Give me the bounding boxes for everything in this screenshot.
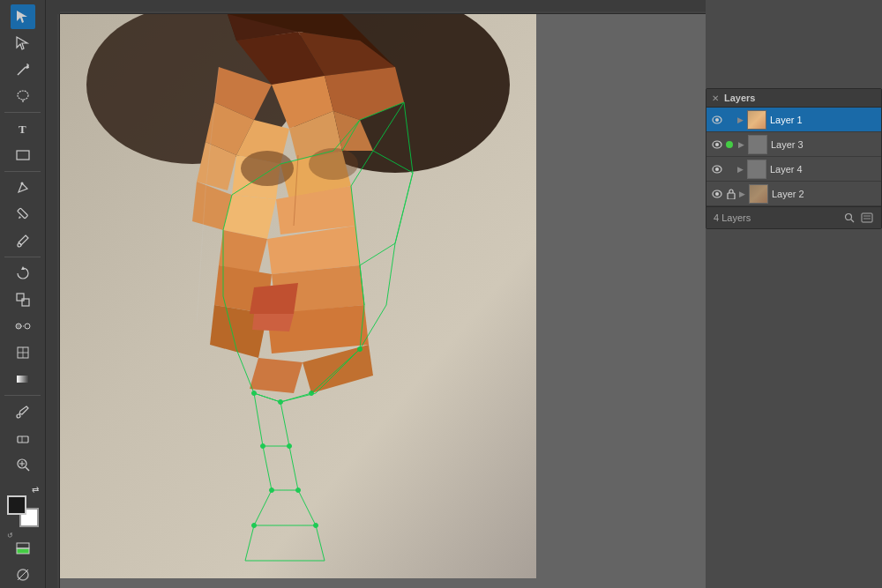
svg-point-115: [715, 192, 719, 196]
layer-name: Layer 4: [770, 164, 878, 175]
pencil-tool[interactable]: [11, 202, 35, 227]
layers-count: 4 Layers: [714, 212, 751, 223]
layer-thumb-content: [748, 111, 766, 129]
svg-rect-116: [728, 193, 735, 199]
layer-row[interactable]: ▶ Layer 3: [706, 132, 881, 157]
stroke-indicator[interactable]: [11, 562, 35, 587]
layers-footer-icons: [842, 211, 874, 225]
blend-tool[interactable]: [11, 314, 35, 339]
svg-rect-32: [17, 543, 29, 548]
layers-footer: 4 Layers: [706, 206, 881, 228]
svg-rect-16: [22, 299, 29, 306]
svg-line-2: [18, 67, 26, 75]
face-image: [60, 14, 536, 578]
svg-point-95: [261, 444, 265, 449]
lasso-tool[interactable]: [11, 84, 35, 108]
svg-point-10: [20, 182, 23, 185]
svg-point-111: [715, 143, 719, 146]
svg-marker-0: [17, 11, 27, 23]
svg-marker-12: [19, 216, 21, 219]
color-swatches: ↺ ⇄: [7, 495, 39, 527]
layer-visibility-toggle[interactable]: [710, 113, 724, 127]
switch-colors[interactable]: ⇄: [32, 485, 39, 495]
svg-rect-25: [18, 436, 28, 443]
layer-expand-arrow[interactable]: ▶: [735, 115, 745, 125]
scale-tool[interactable]: [11, 287, 35, 312]
svg-marker-65: [250, 283, 298, 314]
eyedropper-tool[interactable]: [11, 399, 35, 424]
select-tool[interactable]: [11, 4, 35, 29]
ruler-horizontal: [60, 0, 706, 14]
layer-lock-icon[interactable]: [726, 189, 736, 199]
svg-point-68: [309, 148, 358, 180]
svg-point-67: [241, 151, 294, 186]
rectangle-tool[interactable]: [11, 143, 35, 167]
layer-expand-arrow[interactable]: ▶: [736, 189, 747, 199]
gradient-tool[interactable]: [11, 367, 35, 391]
svg-point-6: [18, 91, 28, 100]
layers-title: Layers: [724, 93, 755, 103]
svg-rect-23: [17, 376, 29, 383]
layer-expand-arrow[interactable]: ▶: [735, 164, 745, 175]
layer-thumb-content: [750, 185, 767, 203]
svg-point-92: [279, 400, 283, 405]
type-tool[interactable]: T: [11, 116, 35, 141]
pen-tool[interactable]: [11, 175, 35, 200]
svg-rect-15: [17, 294, 24, 301]
svg-line-28: [26, 467, 29, 471]
svg-point-93: [252, 391, 257, 396]
eraser-tool[interactable]: [11, 426, 35, 450]
magic-wand-tool[interactable]: [11, 57, 35, 82]
layer-thumb-content: [749, 136, 766, 153]
layers-panel: ✕ Layers ▶ Layer 1 ▶ Layer 3 ▶: [706, 88, 882, 229]
layer-row[interactable]: ▶ Layer 2: [706, 182, 881, 206]
svg-line-118: [851, 220, 854, 222]
layer-visibility-toggle[interactable]: [710, 187, 724, 201]
svg-marker-63: [250, 358, 303, 393]
svg-point-24: [17, 414, 20, 418]
svg-marker-1: [17, 37, 27, 49]
layer-thumb-content: [748, 160, 766, 178]
toolbar: T: [0, 0, 46, 588]
foreground-color[interactable]: [7, 495, 26, 515]
layer-name: Layer 3: [771, 139, 878, 150]
svg-rect-119: [862, 213, 872, 222]
layer-name: Layer 2: [772, 189, 878, 199]
separator-2: [4, 171, 41, 172]
layer-thumbnail: [748, 135, 767, 154]
layers-menu-icon[interactable]: [860, 211, 874, 225]
ruler-vertical: [46, 14, 60, 588]
separator-3: [4, 257, 41, 257]
layer-expand-arrow[interactable]: ▶: [736, 139, 746, 150]
fill-indicator[interactable]: [11, 535, 35, 560]
rotate-tool[interactable]: [11, 261, 35, 286]
svg-point-109: [715, 118, 719, 122]
svg-point-18: [25, 324, 30, 329]
ruler-corner: [46, 0, 60, 14]
direct-select-tool[interactable]: [11, 31, 35, 56]
layer-thumbnail: [747, 160, 766, 179]
svg-text:T: T: [19, 123, 26, 136]
search-layers-icon[interactable]: [842, 211, 856, 225]
svg-point-91: [310, 391, 314, 396]
zoom-tool[interactable]: [11, 452, 35, 477]
layer-row[interactable]: ▶ Layer 1: [706, 108, 881, 132]
brush-tool[interactable]: [11, 228, 35, 253]
svg-point-94: [288, 444, 292, 449]
main-canvas: [60, 14, 536, 578]
canvas-area: [46, 0, 706, 588]
close-button[interactable]: ✕: [712, 93, 719, 103]
svg-point-113: [715, 167, 719, 171]
svg-point-117: [846, 214, 852, 220]
svg-point-90: [358, 347, 363, 352]
svg-point-17: [16, 324, 21, 329]
layer-row[interactable]: ▶ Layer 4: [706, 157, 881, 182]
svg-rect-9: [17, 151, 29, 160]
layer-color-indicator: [726, 141, 733, 148]
svg-marker-66: [252, 314, 294, 331]
layers-header: ✕ Layers: [706, 89, 881, 108]
layer-visibility-toggle[interactable]: [710, 162, 724, 176]
layer-visibility-toggle[interactable]: [710, 138, 724, 152]
layer-thumbnail: [747, 110, 766, 130]
mesh-tool[interactable]: [11, 340, 35, 365]
